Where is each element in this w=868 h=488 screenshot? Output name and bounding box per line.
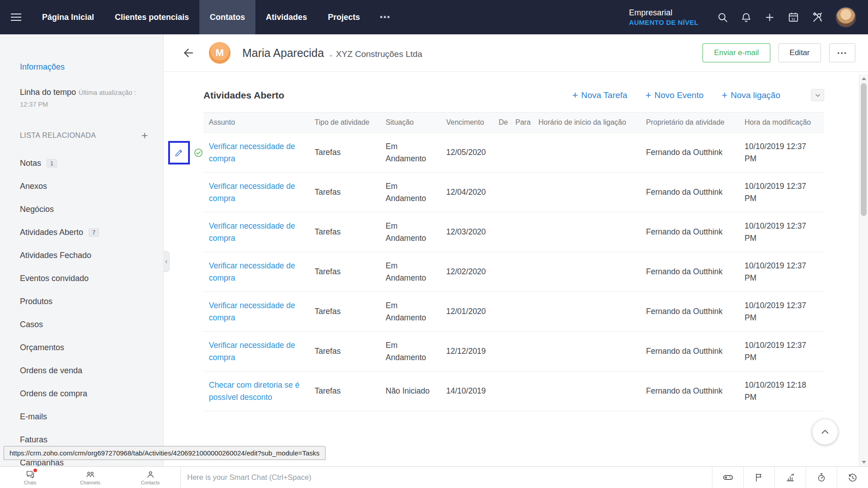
sidebar-item[interactable]: E-mails <box>0 405 163 428</box>
sidebar-item-timeline[interactable]: Linha do tempoÚltima atualização : 12:37… <box>20 86 152 110</box>
sidebar-item[interactable]: Atividades Fechado <box>0 244 163 267</box>
activity-subject-link[interactable]: Verificar necessidade de compra <box>209 141 308 164</box>
activity-row[interactable]: Verificar necessidade de compra Tarefas … <box>203 212 824 252</box>
games-icon[interactable] <box>712 467 743 488</box>
column-header[interactable]: Hora da modificação <box>745 113 824 132</box>
cell-call-start-time <box>538 173 646 212</box>
sidebar-item-label: E-mails <box>20 412 47 422</box>
sidebar-item[interactable]: Atividades Aberto 7 <box>0 221 163 244</box>
activity-subject-link[interactable]: Verificar necessidade de compra <box>209 300 308 324</box>
scrollbar-up-arrow[interactable] <box>859 75 868 83</box>
send-email-button[interactable]: Enviar e-mail <box>703 43 770 62</box>
stopwatch-icon[interactable] <box>806 467 837 488</box>
upgrade-link[interactable]: AUMENTO DE NÍVEL <box>629 18 698 27</box>
activity-subject-link[interactable]: Verificar necessidade de compra <box>209 339 308 363</box>
flag-icon[interactable] <box>743 467 774 488</box>
plus-icon: + <box>722 89 727 101</box>
cell-activity-type: Tarefas <box>315 173 386 212</box>
contact-name-separator: - <box>330 51 332 61</box>
sidebar-item[interactable]: Produtos <box>0 290 163 313</box>
activity-subject-link[interactable]: Verificar necessidade de compra <box>209 180 308 204</box>
column-header[interactable]: Proprietário da atividade <box>646 113 745 132</box>
sidebar-item[interactable]: Ordens de compra <box>0 382 163 405</box>
scroll-to-top-button[interactable] <box>812 419 838 445</box>
activity-row[interactable]: Verificar necessidade de compra Tarefas … <box>203 252 824 292</box>
sidebar-item-label: Ordens de venda <box>20 366 82 375</box>
sidebar-collapse-handle[interactable] <box>163 251 170 272</box>
quick-add-plus-icon[interactable] <box>764 12 775 23</box>
column-header[interactable]: Tipo de atividade <box>315 113 386 132</box>
column-header[interactable]: De <box>499 113 515 132</box>
contact-header: M Maria Aparecida - XYZ Construções Ltda… <box>164 34 868 72</box>
nav-tab[interactable]: Contatos <box>199 0 255 34</box>
more-actions-button[interactable]: ... <box>829 43 855 62</box>
back-arrow-icon[interactable] <box>182 46 195 60</box>
sidebar-item-label: Atividades Fechado <box>20 251 91 260</box>
edit-button[interactable]: Editar <box>778 43 821 62</box>
cell-due-date: 12/12/2019 <box>446 332 499 371</box>
cell-status: Em Andamento <box>386 173 446 212</box>
cell-to <box>515 212 538 252</box>
activity-row[interactable]: Verificar necessidade de compra Tarefas … <box>203 332 824 371</box>
user-avatar[interactable] <box>835 7 856 28</box>
activity-subject-link[interactable]: Verificar necessidade de compra <box>209 260 308 284</box>
notifications-bell-icon[interactable] <box>741 12 752 23</box>
channels-tab[interactable]: Channels <box>60 467 120 488</box>
column-header[interactable]: Horário de início da ligação <box>538 113 646 132</box>
scrollbar-down-arrow[interactable] <box>859 458 868 466</box>
nav-tab[interactable]: Página Inicial <box>32 0 104 34</box>
hamburger-menu-icon[interactable] <box>0 0 32 34</box>
sidebar-item-informacoes[interactable]: Informações <box>20 62 163 72</box>
smart-chat-input-wrap <box>180 467 712 488</box>
nav-tab[interactable]: Projects <box>317 0 370 34</box>
sidebar-item[interactable]: Casos <box>0 313 163 336</box>
vertical-scrollbar[interactable] <box>859 75 868 466</box>
cell-activity-owner: Fernando da Outthink <box>646 371 745 411</box>
nav-more-icon[interactable]: ⋯ <box>370 0 399 34</box>
edit-activity-icon[interactable] <box>174 148 184 158</box>
activity-row[interactable]: Verificar necessidade de compra Tarefas … <box>203 173 824 212</box>
new-event-link[interactable]: +Novo Evento <box>646 89 704 101</box>
cell-status: Em Andamento <box>386 332 446 371</box>
nav-tab-label: Projects <box>328 13 360 22</box>
calendar-icon[interactable]: 31 <box>788 11 799 23</box>
sidebar-item[interactable]: Notas 1 <box>0 152 163 175</box>
new-call-link[interactable]: +Nova ligação <box>722 89 780 101</box>
sidebar-item[interactable]: Orçamentos <box>0 336 163 359</box>
history-icon[interactable] <box>837 467 868 488</box>
settings-tools-icon[interactable] <box>811 11 823 23</box>
smart-chat-input[interactable] <box>181 467 712 488</box>
scrollbar-thumb[interactable] <box>861 83 867 216</box>
cell-call-start-time <box>538 252 646 291</box>
activity-row[interactable]: Checar com diretoria se é possível desco… <box>203 371 824 411</box>
column-header[interactable]: Vencimento <box>446 113 499 132</box>
activity-subject-link[interactable]: Checar com diretoria se é possível desco… <box>209 379 308 403</box>
column-header[interactable]: Situação <box>386 113 446 132</box>
nav-tab[interactable]: Clientes potenciais <box>104 0 199 34</box>
sidebar-item[interactable]: Anexos <box>0 175 163 198</box>
mark-complete-icon[interactable] <box>193 148 203 158</box>
nav-tab[interactable]: Atividades <box>255 0 317 34</box>
activity-subject-link[interactable]: Verificar necessidade de compra <box>209 220 308 244</box>
cell-from <box>499 371 515 411</box>
sidebar-item[interactable]: Eventos convidado <box>0 267 163 290</box>
activity-row[interactable]: Verificar necessidade de compra Tarefas … <box>203 292 824 332</box>
contact-company[interactable]: XYZ Construções Ltda <box>336 49 422 59</box>
sidebar-item[interactable]: Ordens de venda <box>0 359 163 382</box>
new-task-link[interactable]: +Nova Tarefa <box>572 89 627 101</box>
cell-modified-time: 10/10/2019 12:37 PM <box>745 332 824 371</box>
search-icon[interactable] <box>717 12 728 23</box>
activity-row[interactable]: Verificar necessidade de compra Tarefas … <box>203 133 824 173</box>
chats-tab[interactable]: Chats <box>0 467 60 488</box>
contacts-tab[interactable]: Contacts <box>120 467 180 488</box>
column-header[interactable]: Para <box>515 113 538 132</box>
collapse-section-button[interactable] <box>811 89 824 101</box>
add-related-list-icon[interactable]: + <box>142 130 148 141</box>
cell-activity-type: Tarefas <box>315 292 386 331</box>
chat-tabs: Chats Channels Contacts <box>0 467 180 488</box>
sidebar-item[interactable]: Negócios <box>0 198 163 221</box>
cell-modified-time: 10/10/2019 12:37 PM <box>745 212 824 252</box>
column-header[interactable]: Assunto <box>209 113 315 132</box>
zia-analytics-icon[interactable] <box>774 467 806 488</box>
related-list-header: LISTA RELACIONADA + <box>20 130 148 141</box>
